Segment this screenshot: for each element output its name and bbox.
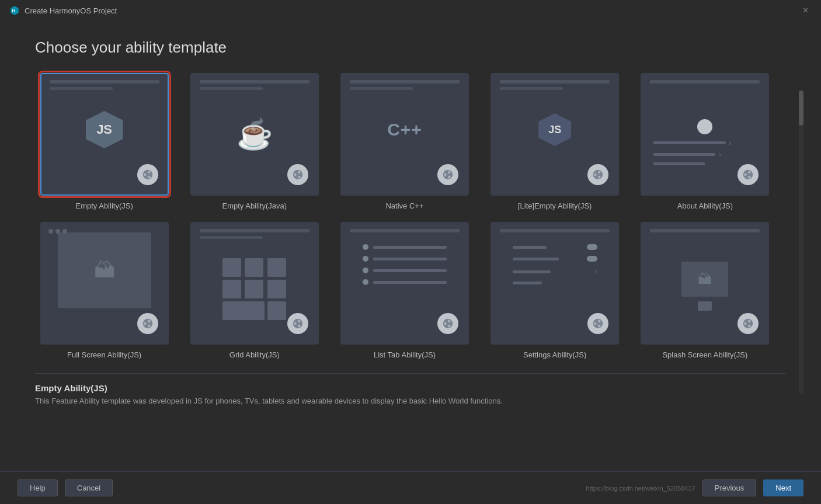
about-line — [653, 153, 715, 156]
svg-point-31 — [444, 322, 447, 325]
js-icon-container: JS — [86, 111, 123, 148]
template-card-inner: JS — [490, 73, 619, 196]
description-section: Empty Ability(JS) This Feature Ability t… — [35, 383, 786, 405]
scrollbar-track[interactable] — [799, 91, 803, 394]
cpp-text-icon: C++ — [387, 120, 422, 140]
list-line — [373, 246, 447, 249]
list-row — [363, 256, 447, 262]
card-topbar — [200, 229, 309, 232]
help-button[interactable]: Help — [18, 479, 58, 496]
template-card-inner: 🏔 — [40, 222, 169, 345]
card-topbar-dots — [48, 229, 67, 234]
about-lines: › › — [653, 139, 756, 165]
svg-point-9 — [298, 176, 301, 179]
template-card-list-tab-js[interactable]: List Tab Ability(JS) — [335, 222, 474, 359]
harmony-badge — [287, 313, 308, 334]
template-card-empty-ability-js[interactable]: JS Empty Ability(JS) — [35, 73, 173, 210]
settings-line — [513, 258, 559, 260]
badge-icon — [441, 317, 454, 330]
about-line — [653, 162, 705, 165]
svg-point-8 — [298, 171, 301, 174]
template-card-settings-js[interactable]: › Settings Ability(JS) — [486, 222, 624, 359]
toggle-icon — [587, 244, 597, 250]
settings-preview: › — [505, 238, 606, 290]
svg-point-25 — [148, 325, 151, 328]
harmony-badge — [287, 164, 308, 185]
svg-point-16 — [598, 171, 601, 174]
template-card-lite-empty-js[interactable]: JS [Lite]Empty Ability(JS) — [486, 73, 624, 210]
template-card-inner: 🏔 — [641, 222, 769, 345]
main-content: Choose your ability template JS — [0, 21, 821, 405]
harmony-badge — [137, 164, 158, 185]
template-card-label: Settings Ability(JS) — [523, 350, 586, 359]
svg-point-27 — [294, 322, 297, 325]
settings-row — [513, 281, 597, 284]
harmony-badge — [737, 313, 759, 334]
template-card-native-cpp[interactable]: C++ Native C++ — [335, 73, 474, 210]
template-card-splash-js[interactable]: 🏔 Splash Screen Ability(JS) — [636, 222, 774, 359]
template-card-empty-ability-java[interactable]: ☕ Empty Ability(Java) — [185, 73, 323, 210]
image-icon: 🏔 — [94, 258, 115, 283]
badge-icon — [291, 168, 304, 181]
template-card-grid-js[interactable]: Grid Ability(JS) — [185, 222, 323, 359]
about-arrow-icon: › — [729, 139, 732, 147]
svg-point-41 — [748, 325, 751, 328]
svg-point-19 — [745, 173, 747, 176]
list-row — [363, 279, 447, 285]
footer-url: https://blog.csdn.net/weixin_52058417 — [586, 485, 695, 492]
harmony-logo-icon: H — [9, 5, 20, 16]
selected-template-description: This Feature Ability template was develo… — [35, 397, 786, 405]
card-topbar — [650, 229, 760, 232]
svg-point-7 — [294, 173, 297, 176]
selected-template-name: Empty Ability(JS) — [35, 383, 786, 393]
about-row — [653, 162, 756, 165]
svg-point-24 — [148, 320, 151, 323]
grid-tile — [245, 280, 263, 298]
svg-point-28 — [298, 320, 301, 323]
list-line — [373, 269, 447, 272]
template-grid: JS Empty Ability(JS) ☕ — [35, 73, 774, 359]
grid-tile — [267, 301, 286, 320]
list-line — [373, 258, 447, 260]
settings-line — [513, 281, 542, 284]
close-button[interactable]: × — [799, 4, 812, 17]
template-card-label: Full Screen Ability(JS) — [67, 350, 141, 359]
svg-point-5 — [148, 176, 151, 179]
splash-preview: 🏔 — [681, 262, 728, 311]
next-button[interactable]: Next — [763, 479, 803, 496]
about-circle-icon — [697, 119, 712, 134]
template-card-label: Splash Screen Ability(JS) — [662, 350, 747, 359]
cancel-button[interactable]: Cancel — [65, 479, 113, 496]
title-bar: H Create HarmonyOS Project × — [0, 0, 821, 21]
card-topbar — [650, 80, 760, 84]
list-row — [363, 244, 447, 250]
scrollbar-thumb[interactable] — [799, 91, 803, 126]
footer-right: https://blog.csdn.net/weixin_52058417 Pr… — [586, 479, 803, 496]
settings-row — [513, 256, 597, 262]
card-second-bar — [200, 87, 263, 90]
svg-point-4 — [148, 171, 151, 174]
harmony-badge — [587, 313, 608, 334]
template-card-inner — [340, 222, 469, 345]
card-topbar — [350, 229, 460, 232]
list-dot — [363, 267, 368, 273]
about-row: › — [653, 151, 756, 159]
badge-icon — [742, 168, 754, 181]
page-title: Choose your ability template — [35, 39, 786, 57]
settings-line — [513, 270, 551, 273]
template-card-about-js[interactable]: › › — [636, 73, 774, 210]
previous-button[interactable]: Previous — [702, 479, 757, 496]
template-card-inner: JS — [40, 73, 169, 196]
grid-preview — [217, 252, 293, 326]
badge-icon — [291, 317, 304, 330]
template-card-label: Empty Ability(Java) — [222, 201, 287, 210]
dot1 — [48, 229, 53, 234]
fullscreen-preview: 🏔 — [58, 232, 151, 308]
svg-point-13 — [448, 176, 451, 179]
template-card-fullscreen-js[interactable]: 🏔 Full Screen Ability(JS) — [35, 222, 173, 359]
section-divider — [35, 373, 786, 374]
list-line — [373, 281, 447, 284]
settings-row: › — [513, 267, 597, 276]
template-card-label: [Lite]Empty Ability(JS) — [518, 201, 592, 210]
harmony-badge — [437, 164, 458, 185]
